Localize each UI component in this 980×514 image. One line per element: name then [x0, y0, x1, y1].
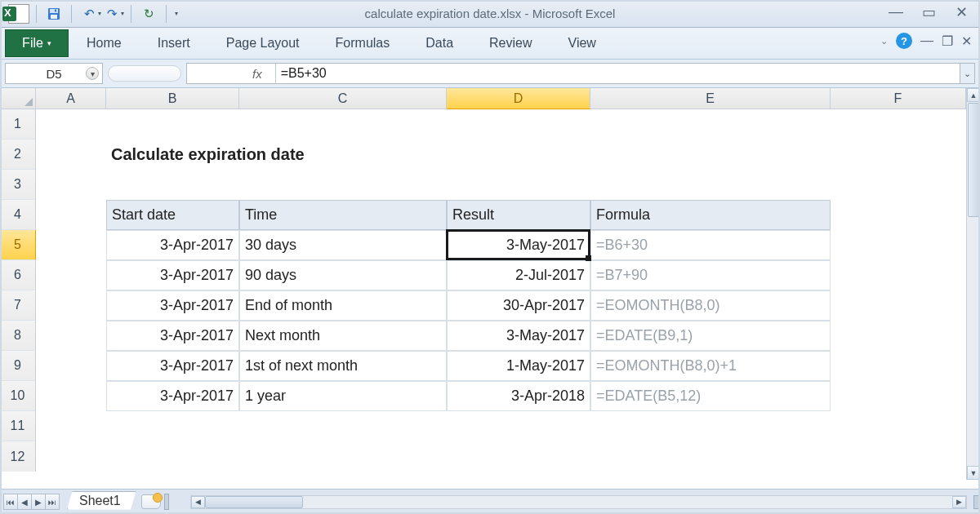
row-headers: 1 2 3 4 5 6 7 8 9 10 11 12	[0, 109, 36, 472]
cells-area[interactable]: Calculate expiration date Start date Tim…	[36, 109, 966, 480]
sheet-nav-next-icon[interactable]: ▶	[31, 494, 46, 510]
scroll-up-icon[interactable]: ▲	[967, 88, 980, 102]
row-header[interactable]: 5	[0, 230, 36, 260]
scroll-left-icon[interactable]: ◀	[191, 496, 205, 508]
table-cell[interactable]: 3-May-2017	[447, 321, 590, 351]
table-cell[interactable]: =EOMONTH(B8,0)+1	[590, 351, 831, 381]
row-header[interactable]: 12	[0, 441, 36, 472]
row-label: 8	[14, 328, 21, 343]
table-cell[interactable]: 30 days	[239, 230, 447, 260]
help-icon[interactable]: ?	[896, 33, 912, 49]
col-header-e[interactable]: E	[590, 88, 831, 109]
table-cell[interactable]: 3-May-2017	[447, 230, 590, 260]
redo-alt-icon[interactable]: ↻	[140, 5, 158, 23]
namebox-dropdown-icon[interactable]: ▾	[86, 67, 99, 80]
row-header[interactable]: 6	[0, 260, 36, 290]
tab-split-handle[interactable]	[164, 494, 169, 510]
close-icon[interactable]: ✕	[952, 3, 970, 21]
row-header[interactable]: 10	[0, 381, 36, 411]
sheet-nav-first-icon[interactable]: ⏮	[3, 494, 18, 510]
row-header[interactable]: 7	[0, 290, 36, 321]
horizontal-scrollbar[interactable]: ◀ ▶	[190, 495, 967, 509]
table-header[interactable]: Start date	[106, 200, 239, 230]
ribbon-minimize-icon[interactable]: ⌄	[880, 36, 888, 47]
table-cell[interactable]: 3-Apr-2017	[106, 381, 239, 411]
file-tab[interactable]: File▾	[5, 29, 69, 57]
row-header[interactable]: 3	[0, 170, 36, 200]
table-cell[interactable]: 1-May-2017	[447, 351, 590, 381]
qat-customize-icon[interactable]: ▾	[175, 10, 178, 17]
col-header-b[interactable]: B	[106, 88, 239, 109]
doc-minimize-icon[interactable]: ―	[920, 33, 933, 48]
table-cell[interactable]: 3-Apr-2017	[106, 321, 239, 351]
tab-review[interactable]: Review	[471, 28, 550, 59]
table-header[interactable]: Formula	[590, 200, 831, 230]
divider	[36, 5, 37, 23]
select-all-button[interactable]	[0, 88, 36, 109]
tab-view[interactable]: View	[550, 28, 614, 59]
sheet-tab[interactable]: Sheet1	[67, 491, 136, 510]
formula-bar-expand-icon[interactable]: ⌄	[960, 63, 975, 84]
redo-dropdown-icon[interactable]: ▾	[121, 10, 124, 17]
doc-close-icon[interactable]: ✕	[961, 33, 972, 49]
horizontal-split-handle[interactable]	[973, 495, 980, 509]
col-header-a[interactable]: A	[36, 88, 106, 109]
table-cell[interactable]: 1st of next month	[239, 351, 447, 381]
table-cell[interactable]: 1 year	[239, 381, 447, 411]
table-cell[interactable]: 30-Apr-2017	[447, 290, 590, 321]
minimize-icon[interactable]: ―	[887, 3, 905, 21]
table-cell[interactable]: 3-Apr-2017	[106, 260, 239, 290]
table-cell[interactable]: 2-Jul-2017	[447, 260, 590, 290]
table-cell[interactable]: 3-Apr-2017	[106, 230, 239, 260]
tab-home[interactable]: Home	[69, 28, 140, 59]
formula-input[interactable]: =B5+30	[281, 66, 960, 81]
table-cell[interactable]: 90 days	[239, 260, 447, 290]
scroll-track[interactable]	[205, 496, 952, 508]
undo-dropdown-icon[interactable]: ▾	[98, 10, 101, 17]
table-cell[interactable]: =B6+30	[590, 230, 831, 260]
table-cell[interactable]: Next month	[239, 321, 447, 351]
table-cell[interactable]: =EDATE(B5,12)	[590, 381, 831, 411]
table-header[interactable]: Result	[447, 200, 590, 230]
col-header-f[interactable]: F	[831, 88, 966, 109]
excel-app-icon[interactable]: X	[8, 4, 29, 24]
redo-icon[interactable]: ↷	[103, 5, 121, 23]
fx-icon[interactable]: fx	[187, 67, 270, 81]
table-cell[interactable]: =B7+90	[590, 260, 831, 290]
undo-icon[interactable]: ↶	[80, 5, 98, 23]
row-header[interactable]: 11	[0, 411, 36, 441]
table-header[interactable]: Time	[239, 200, 447, 230]
row-header[interactable]: 4	[0, 200, 36, 230]
name-box[interactable]: D5 ▾	[5, 63, 103, 84]
table-cell[interactable]: 3-Apr-2017	[106, 290, 239, 321]
scroll-thumb[interactable]	[968, 103, 979, 217]
tab-insert[interactable]: Insert	[140, 28, 208, 59]
scroll-thumb[interactable]	[205, 496, 303, 508]
tab-formulas[interactable]: Formulas	[318, 28, 408, 59]
table-cell[interactable]: =EDATE(B9,1)	[590, 321, 831, 351]
sheet-tab-label: Sheet1	[79, 494, 121, 507]
col-header-c[interactable]: C	[239, 88, 447, 109]
save-icon[interactable]	[45, 5, 63, 23]
scroll-down-icon[interactable]: ▼	[967, 466, 980, 480]
tab-data[interactable]: Data	[408, 28, 471, 59]
row-header[interactable]: 1	[0, 109, 36, 140]
vertical-scrollbar[interactable]: ▲ ▼	[966, 88, 980, 480]
col-label: F	[894, 91, 902, 106]
maximize-icon[interactable]: ▭	[920, 3, 938, 21]
col-header-d[interactable]: D	[447, 88, 590, 109]
table-cell[interactable]: 3-Apr-2018	[447, 381, 590, 411]
sheet-nav-prev-icon[interactable]: ◀	[17, 494, 32, 510]
new-sheet-icon[interactable]	[141, 494, 161, 509]
doc-restore-icon[interactable]: ❐	[942, 33, 953, 49]
table-cell[interactable]: End of month	[239, 290, 447, 321]
table-cell[interactable]: 3-Apr-2017	[106, 351, 239, 381]
formula-input-wrap[interactable]: fx =B5+30	[186, 63, 960, 84]
row-header[interactable]: 8	[0, 321, 36, 351]
row-header[interactable]: 2	[0, 140, 36, 170]
table-cell[interactable]: =EOMONTH(B8,0)	[590, 290, 831, 321]
tab-page-layout[interactable]: Page Layout	[208, 28, 318, 59]
row-header[interactable]: 9	[0, 351, 36, 381]
sheet-nav-last-icon[interactable]: ⏭	[45, 494, 60, 510]
scroll-right-icon[interactable]: ▶	[952, 496, 966, 508]
